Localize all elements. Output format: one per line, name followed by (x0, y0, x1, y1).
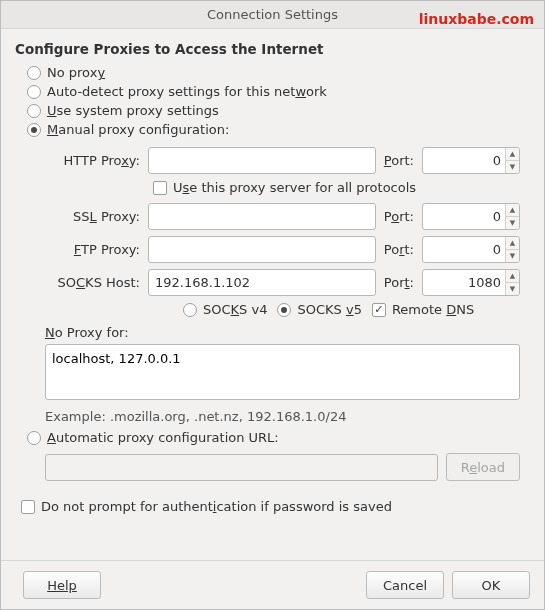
spin-arrows: ▲ ▼ (505, 204, 519, 229)
socks-host-row: SOCKS Host: Port: ▲ ▼ (45, 269, 520, 296)
spin-up-icon[interactable]: ▲ (506, 148, 519, 161)
socks-port-spin[interactable]: ▲ ▼ (422, 269, 520, 296)
spin-down-icon[interactable]: ▼ (506, 217, 519, 229)
connection-settings-window: Connection Settings linuxbabe.com Config… (0, 0, 545, 610)
spin-arrows: ▲ ▼ (505, 148, 519, 173)
radio-icon (27, 123, 41, 137)
checkbox-label: Do not prompt for authentication if pass… (41, 499, 392, 514)
radio-label: Manual proxy configuration: (47, 122, 229, 137)
help-button[interactable]: Help (23, 571, 101, 599)
no-prompt-checkbox[interactable]: Do not prompt for authentication if pass… (21, 499, 530, 514)
radio-label: Automatic proxy configuration URL: (47, 430, 279, 445)
socks-port-label: Port: (384, 275, 414, 290)
checkbox-icon (153, 181, 167, 195)
spin-down-icon[interactable]: ▼ (506, 283, 519, 295)
reload-button: Reload (446, 453, 520, 481)
radio-label: Use system proxy settings (47, 103, 219, 118)
http-proxy-input[interactable] (148, 147, 376, 174)
checkbox-icon (21, 500, 35, 514)
radio-label: SOCKS v5 (297, 302, 361, 317)
ftp-port-spin[interactable]: ▲ ▼ (422, 236, 520, 263)
pac-url-input (45, 454, 438, 481)
section-heading: Configure Proxies to Access the Internet (15, 41, 530, 57)
http-port-label: Port: (384, 153, 414, 168)
spin-up-icon[interactable]: ▲ (506, 237, 519, 250)
radio-label: No proxy (47, 65, 105, 80)
radio-socks-v4[interactable]: SOCKS v4 (183, 302, 267, 317)
proxy-grid: HTTP Proxy: Port: ▲ ▼ Use this proxy ser… (45, 147, 520, 317)
cancel-button[interactable]: Cancel (366, 571, 444, 599)
spin-arrows: ▲ ▼ (505, 270, 519, 295)
ssl-proxy-input[interactable] (148, 203, 376, 230)
no-proxy-block: No Proxy for: localhost, 127.0.0.1 Examp… (45, 325, 520, 424)
watermark: linuxbabe.com (419, 5, 534, 33)
radio-icon (277, 303, 291, 317)
content-area: Configure Proxies to Access the Internet… (1, 29, 544, 560)
ssl-port-label: Port: (384, 209, 414, 224)
remote-dns-checkbox[interactable]: Remote DNS (372, 302, 474, 317)
ftp-proxy-input[interactable] (148, 236, 376, 263)
spin-down-icon[interactable]: ▼ (506, 161, 519, 173)
titlebar: Connection Settings linuxbabe.com (1, 1, 544, 29)
use-for-all-checkbox[interactable]: Use this proxy server for all protocols (153, 180, 416, 195)
ssl-port-spin[interactable]: ▲ ▼ (422, 203, 520, 230)
ok-button[interactable]: OK (452, 571, 530, 599)
radio-label: Auto-detect proxy settings for this netw… (47, 84, 327, 99)
window-title: Connection Settings (207, 7, 338, 22)
radio-icon (27, 85, 41, 99)
radio-auto-detect[interactable]: Auto-detect proxy settings for this netw… (27, 84, 530, 99)
dialog-footer: Help Cancel OK (1, 560, 544, 609)
radio-icon (27, 66, 41, 80)
ftp-proxy-label: FTP Proxy: (45, 242, 140, 257)
no-proxy-example: Example: .mozilla.org, .net.nz, 192.168.… (45, 409, 520, 424)
socks-host-label: SOCKS Host: (45, 275, 140, 290)
radio-manual[interactable]: Manual proxy configuration: (27, 122, 530, 137)
radio-icon (27, 104, 41, 118)
radio-icon (183, 303, 197, 317)
radio-no-proxy[interactable]: No proxy (27, 65, 530, 80)
no-proxy-textarea[interactable]: localhost, 127.0.0.1 (45, 344, 520, 400)
checkbox-label: Use this proxy server for all protocols (173, 180, 416, 195)
checkbox-icon (372, 303, 386, 317)
radio-use-system[interactable]: Use system proxy settings (27, 103, 530, 118)
radio-icon (27, 431, 41, 445)
ssl-proxy-label: SSL Proxy: (45, 209, 140, 224)
socks-host-input[interactable] (148, 269, 376, 296)
spin-arrows: ▲ ▼ (505, 237, 519, 262)
ftp-proxy-row: FTP Proxy: Port: ▲ ▼ (45, 236, 520, 263)
pac-row: Reload (45, 453, 520, 481)
spin-up-icon[interactable]: ▲ (506, 204, 519, 217)
button-label: Help (47, 578, 77, 593)
http-proxy-label: HTTP Proxy: (45, 153, 140, 168)
radio-label: SOCKS v4 (203, 302, 267, 317)
http-port-spin[interactable]: ▲ ▼ (422, 147, 520, 174)
ssl-proxy-row: SSL Proxy: Port: ▲ ▼ (45, 203, 520, 230)
ftp-port-label: Port: (384, 242, 414, 257)
checkbox-label: Remote DNS (392, 302, 474, 317)
radio-automatic-url[interactable]: Automatic proxy configuration URL: (27, 430, 530, 445)
http-proxy-row: HTTP Proxy: Port: ▲ ▼ (45, 147, 520, 174)
spin-up-icon[interactable]: ▲ (506, 270, 519, 283)
spin-down-icon[interactable]: ▼ (506, 250, 519, 262)
radio-socks-v5[interactable]: SOCKS v5 (277, 302, 361, 317)
no-proxy-label: No Proxy for: (45, 325, 520, 340)
